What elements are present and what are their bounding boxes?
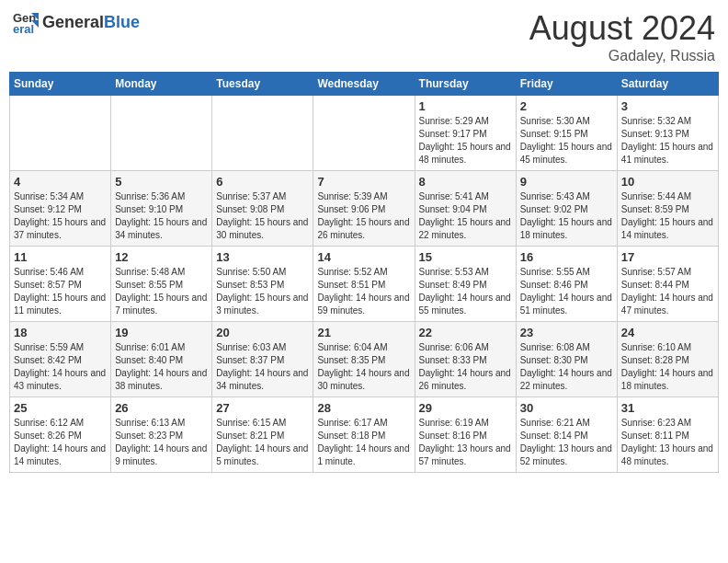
day-number: 16 xyxy=(520,250,613,264)
table-row: 30Sunrise: 6:21 AM Sunset: 8:14 PM Dayli… xyxy=(516,397,617,473)
table-row: 23Sunrise: 6:08 AM Sunset: 8:30 PM Dayli… xyxy=(516,322,617,397)
table-row: 25Sunrise: 6:12 AM Sunset: 8:26 PM Dayli… xyxy=(10,397,111,473)
table-row: 18Sunrise: 5:59 AM Sunset: 8:42 PM Dayli… xyxy=(10,322,111,397)
table-row: 24Sunrise: 6:10 AM Sunset: 8:28 PM Dayli… xyxy=(617,322,718,397)
day-info: Sunrise: 5:55 AM Sunset: 8:46 PM Dayligh… xyxy=(520,266,613,317)
day-info: Sunrise: 5:53 AM Sunset: 8:49 PM Dayligh… xyxy=(419,266,512,317)
day-info: Sunrise: 6:10 AM Sunset: 8:28 PM Dayligh… xyxy=(621,341,714,393)
day-number: 7 xyxy=(317,175,410,189)
table-row: 22Sunrise: 6:06 AM Sunset: 8:33 PM Dayli… xyxy=(415,322,516,397)
week-row-5: 25Sunrise: 6:12 AM Sunset: 8:26 PM Dayli… xyxy=(10,397,719,473)
table-row: 27Sunrise: 6:15 AM Sunset: 8:21 PM Dayli… xyxy=(212,397,313,473)
table-row: 31Sunrise: 6:23 AM Sunset: 8:11 PM Dayli… xyxy=(617,397,718,473)
table-row: 20Sunrise: 6:03 AM Sunset: 8:37 PM Dayli… xyxy=(212,322,313,397)
week-row-1: 1Sunrise: 5:29 AM Sunset: 9:17 PM Daylig… xyxy=(10,96,719,171)
day-number: 18 xyxy=(14,326,107,339)
day-info: Sunrise: 5:43 AM Sunset: 9:02 PM Dayligh… xyxy=(520,190,613,242)
table-row: 8Sunrise: 5:41 AM Sunset: 9:04 PM Daylig… xyxy=(415,171,516,247)
table-row: 16Sunrise: 5:55 AM Sunset: 8:46 PM Dayli… xyxy=(516,247,617,322)
week-row-3: 11Sunrise: 5:46 AM Sunset: 8:57 PM Dayli… xyxy=(10,247,719,322)
title-block: August 2024 Gadaley, Russia xyxy=(529,9,715,64)
day-info: Sunrise: 5:44 AM Sunset: 8:59 PM Dayligh… xyxy=(621,190,714,242)
week-row-2: 4Sunrise: 5:34 AM Sunset: 9:12 PM Daylig… xyxy=(10,171,719,247)
calendar-table: Sunday Monday Tuesday Wednesday Thursday… xyxy=(9,72,719,473)
day-number: 21 xyxy=(317,326,410,339)
table-row: 19Sunrise: 6:01 AM Sunset: 8:40 PM Dayli… xyxy=(111,322,212,397)
table-row: 11Sunrise: 5:46 AM Sunset: 8:57 PM Dayli… xyxy=(10,247,111,322)
day-number: 24 xyxy=(621,326,714,339)
month-title: August 2024 xyxy=(529,9,715,48)
table-row: 21Sunrise: 6:04 AM Sunset: 8:35 PM Dayli… xyxy=(313,322,415,397)
logo-icon: Gen eral xyxy=(13,9,39,35)
day-info: Sunrise: 6:03 AM Sunset: 8:37 PM Dayligh… xyxy=(216,341,309,393)
day-number: 15 xyxy=(419,250,512,264)
day-number: 4 xyxy=(14,175,107,189)
table-row: 26Sunrise: 6:13 AM Sunset: 8:23 PM Dayli… xyxy=(111,397,212,473)
table-row: 12Sunrise: 5:48 AM Sunset: 8:55 PM Dayli… xyxy=(111,247,212,322)
table-row: 2Sunrise: 5:30 AM Sunset: 9:15 PM Daylig… xyxy=(516,96,617,171)
table-row xyxy=(212,96,313,171)
day-number: 26 xyxy=(115,401,208,415)
day-info: Sunrise: 6:21 AM Sunset: 8:14 PM Dayligh… xyxy=(520,417,613,468)
header-thursday: Thursday xyxy=(415,73,516,96)
table-row: 7Sunrise: 5:39 AM Sunset: 9:06 PM Daylig… xyxy=(313,171,415,247)
header-tuesday: Tuesday xyxy=(212,73,313,96)
day-info: Sunrise: 6:17 AM Sunset: 8:18 PM Dayligh… xyxy=(317,417,410,468)
table-row xyxy=(111,96,212,171)
logo: Gen eral GeneralBlue xyxy=(13,9,140,35)
day-info: Sunrise: 5:59 AM Sunset: 8:42 PM Dayligh… xyxy=(14,341,107,393)
day-info: Sunrise: 5:41 AM Sunset: 9:04 PM Dayligh… xyxy=(419,190,512,242)
table-row: 3Sunrise: 5:32 AM Sunset: 9:13 PM Daylig… xyxy=(617,96,718,171)
day-number: 19 xyxy=(115,326,208,339)
table-row: 29Sunrise: 6:19 AM Sunset: 8:16 PM Dayli… xyxy=(415,397,516,473)
table-row: 28Sunrise: 6:17 AM Sunset: 8:18 PM Dayli… xyxy=(313,397,415,473)
day-number: 6 xyxy=(216,175,309,189)
day-info: Sunrise: 6:04 AM Sunset: 8:35 PM Dayligh… xyxy=(317,341,410,393)
header-saturday: Saturday xyxy=(617,73,718,96)
day-info: Sunrise: 5:37 AM Sunset: 9:08 PM Dayligh… xyxy=(216,190,309,242)
week-row-4: 18Sunrise: 5:59 AM Sunset: 8:42 PM Dayli… xyxy=(10,322,719,397)
day-number: 14 xyxy=(317,250,410,264)
day-number: 28 xyxy=(317,401,410,415)
svg-text:eral: eral xyxy=(13,22,34,35)
day-info: Sunrise: 6:15 AM Sunset: 8:21 PM Dayligh… xyxy=(216,417,309,468)
day-number: 2 xyxy=(520,99,613,113)
day-info: Sunrise: 6:13 AM Sunset: 8:23 PM Dayligh… xyxy=(115,417,208,468)
day-info: Sunrise: 5:46 AM Sunset: 8:57 PM Dayligh… xyxy=(14,266,107,317)
table-row: 13Sunrise: 5:50 AM Sunset: 8:53 PM Dayli… xyxy=(212,247,313,322)
page-header: Gen eral GeneralBlue August 2024 Gadaley… xyxy=(9,9,719,64)
table-row: 5Sunrise: 5:36 AM Sunset: 9:10 PM Daylig… xyxy=(111,171,212,247)
day-number: 17 xyxy=(621,250,714,264)
day-number: 29 xyxy=(419,401,512,415)
day-info: Sunrise: 6:06 AM Sunset: 8:33 PM Dayligh… xyxy=(419,341,512,393)
table-row: 1Sunrise: 5:29 AM Sunset: 9:17 PM Daylig… xyxy=(415,96,516,171)
weekday-header-row: Sunday Monday Tuesday Wednesday Thursday… xyxy=(10,73,719,96)
day-number: 8 xyxy=(419,175,512,189)
day-info: Sunrise: 5:36 AM Sunset: 9:10 PM Dayligh… xyxy=(115,190,208,242)
table-row: 4Sunrise: 5:34 AM Sunset: 9:12 PM Daylig… xyxy=(10,171,111,247)
day-info: Sunrise: 5:39 AM Sunset: 9:06 PM Dayligh… xyxy=(317,190,410,242)
header-sunday: Sunday xyxy=(10,73,111,96)
day-number: 23 xyxy=(520,326,613,339)
day-number: 9 xyxy=(520,175,613,189)
day-number: 27 xyxy=(216,401,309,415)
table-row: 15Sunrise: 5:53 AM Sunset: 8:49 PM Dayli… xyxy=(415,247,516,322)
day-number: 10 xyxy=(621,175,714,189)
day-number: 30 xyxy=(520,401,613,415)
header-monday: Monday xyxy=(111,73,212,96)
day-number: 1 xyxy=(419,99,512,113)
table-row: 14Sunrise: 5:52 AM Sunset: 8:51 PM Dayli… xyxy=(313,247,415,322)
day-number: 12 xyxy=(115,250,208,264)
day-number: 13 xyxy=(216,250,309,264)
table-row: 17Sunrise: 5:57 AM Sunset: 8:44 PM Dayli… xyxy=(617,247,718,322)
header-friday: Friday xyxy=(516,73,617,96)
table-row: 9Sunrise: 5:43 AM Sunset: 9:02 PM Daylig… xyxy=(516,171,617,247)
day-number: 31 xyxy=(621,401,714,415)
day-number: 20 xyxy=(216,326,309,339)
header-wednesday: Wednesday xyxy=(313,73,415,96)
day-number: 11 xyxy=(14,250,107,264)
day-info: Sunrise: 5:30 AM Sunset: 9:15 PM Dayligh… xyxy=(520,115,613,167)
day-info: Sunrise: 6:19 AM Sunset: 8:16 PM Dayligh… xyxy=(419,417,512,468)
day-number: 22 xyxy=(419,326,512,339)
day-info: Sunrise: 5:32 AM Sunset: 9:13 PM Dayligh… xyxy=(621,115,714,167)
